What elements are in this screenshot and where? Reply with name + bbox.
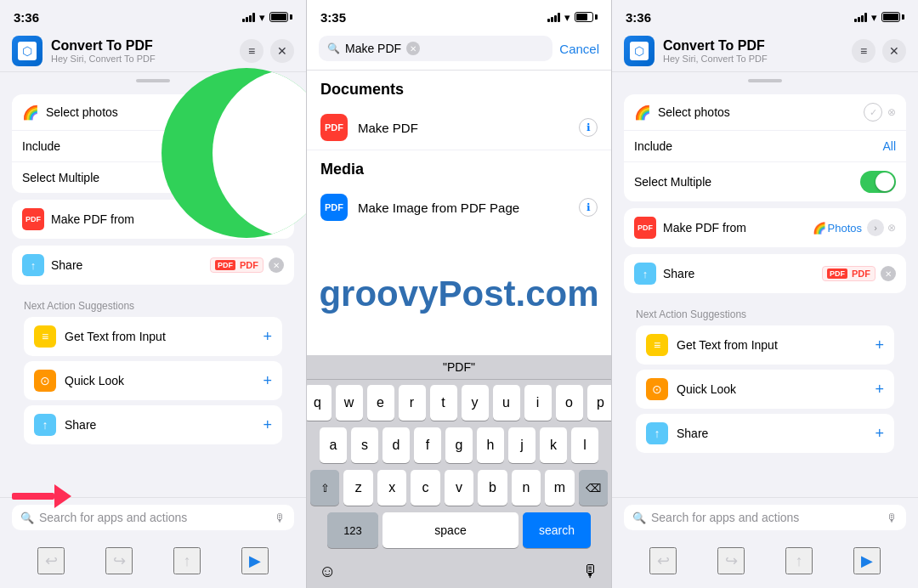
key-a[interactable]: a — [320, 427, 347, 463]
left-suggestion-quick-look[interactable]: ⊙ Quick Look + — [24, 361, 282, 400]
key-y[interactable]: y — [462, 385, 489, 421]
right-select-photos-check[interactable]: ✓ — [864, 103, 882, 122]
key-m[interactable]: m — [545, 470, 574, 506]
get-text-icon-left: ≡ — [34, 325, 56, 348]
left-phone-panel: 3:36 ▾ ⬡ Convert To PDF Hey — [0, 0, 306, 588]
left-suggestion-share[interactable]: ↑ Share + — [24, 405, 282, 444]
left-suggestion-share-label: Share — [65, 418, 263, 432]
undo-button-right[interactable]: ↩ — [649, 547, 677, 574]
right-wifi-icon: ▾ — [871, 11, 877, 24]
make-pdf-result[interactable]: PDF Make PDF ℹ — [307, 105, 611, 150]
right-photos-value: Photos — [828, 222, 862, 235]
redo-button-right[interactable]: ↪ — [717, 547, 745, 574]
key-o[interactable]: o — [556, 385, 583, 421]
key-search[interactable]: search — [523, 512, 591, 548]
left-app-title: Convert To PDF — [51, 38, 240, 54]
key-s[interactable]: s — [351, 427, 378, 463]
emoji-mic-row: ☺ 🎙 — [307, 558, 611, 588]
cancel-button-middle[interactable]: Cancel — [559, 42, 599, 56]
key-j[interactable]: j — [508, 427, 536, 463]
key-p[interactable]: p — [587, 385, 613, 421]
key-shift[interactable]: ⇧ — [310, 470, 339, 506]
key-z[interactable]: z — [343, 470, 372, 506]
key-b[interactable]: b — [478, 470, 507, 506]
right-suggestion-get-text-plus[interactable]: + — [875, 336, 884, 354]
right-suggestion-get-text[interactable]: ≡ Get Text from Input + — [636, 325, 894, 365]
right-pdf-close[interactable]: ⊗ — [887, 222, 896, 234]
right-pdf-arrow[interactable]: › — [867, 219, 884, 236]
right-photos-close[interactable]: ⊗ — [887, 106, 896, 118]
make-pdf-info-btn[interactable]: ℹ — [579, 118, 598, 137]
middle-search-input[interactable]: 🔍 Make PDF ✕ — [319, 36, 552, 61]
key-row-3: ⇧ z x c v b n m ⌫ — [310, 470, 608, 506]
key-n[interactable]: n — [512, 470, 541, 506]
make-image-pdf-info-btn[interactable]: ℹ — [579, 198, 598, 217]
close-button-right[interactable]: ✕ — [882, 39, 906, 63]
settings-button-left[interactable]: ≡ — [240, 39, 264, 63]
undo-button-left[interactable]: ↩ — [37, 547, 65, 574]
right-share-close[interactable]: ✕ — [881, 266, 896, 281]
right-make-pdf-card: PDF Make PDF from 🌈 Photos › ⊗ — [624, 208, 906, 247]
close-button-left[interactable]: ✕ — [270, 39, 294, 63]
key-t[interactable]: t — [430, 385, 457, 421]
right-share-row[interactable]: ↑ Share PDF PDF ✕ — [624, 254, 906, 293]
left-time: 3:36 — [14, 10, 39, 25]
left-suggestion-share-plus[interactable]: + — [263, 416, 272, 434]
left-suggestion-quick-look-plus[interactable]: + — [263, 372, 272, 390]
key-delete[interactable]: ⌫ — [579, 470, 608, 506]
key-123[interactable]: 123 — [327, 512, 378, 548]
prediction-text: "PDF" — [443, 360, 475, 374]
left-share-close[interactable]: ✕ — [269, 257, 284, 273]
key-e[interactable]: e — [367, 385, 394, 421]
key-i[interactable]: i — [524, 385, 552, 421]
key-x[interactable]: x — [377, 470, 406, 506]
right-suggestion-get-text-label: Get Text from Input — [677, 338, 875, 352]
make-image-pdf-icon: PDF — [320, 194, 348, 221]
play-button-left[interactable]: ▶ — [241, 547, 269, 574]
left-bottom-nav: ↩ ↪ ↑ ▶ — [0, 540, 306, 588]
mic-button-keyboard[interactable]: 🎙 — [582, 562, 599, 581]
share-button-left[interactable]: ↑ — [173, 547, 201, 574]
right-search-field[interactable]: 🔍 Search for apps and actions 🎙 — [624, 505, 906, 530]
key-space[interactable]: space — [382, 512, 518, 548]
right-suggestion-share-plus[interactable]: + — [875, 425, 884, 443]
key-d[interactable]: d — [382, 427, 410, 463]
key-l[interactable]: l — [571, 427, 598, 463]
key-f[interactable]: f — [414, 427, 441, 463]
right-suggestion-quick-look-plus[interactable]: + — [875, 381, 884, 399]
right-include-row[interactable]: Include All — [624, 131, 906, 162]
key-q[interactable]: q — [306, 385, 332, 421]
key-w[interactable]: w — [336, 385, 363, 421]
signal-bars — [242, 12, 255, 22]
left-search-field[interactable]: 🔍 Search for apps and actions 🎙 — [12, 505, 294, 530]
right-pdf-tag: PDF PDF — [822, 266, 876, 281]
right-select-multiple-row[interactable]: Select Multiple — [624, 162, 906, 201]
key-v[interactable]: v — [445, 470, 473, 506]
redo-button-left[interactable]: ↪ — [105, 547, 133, 574]
left-share-row[interactable]: ↑ Share PDF PDF ✕ — [12, 246, 294, 285]
right-select-multiple-toggle[interactable] — [860, 171, 896, 193]
shortcuts-icon: ⬡ — [22, 44, 32, 58]
share-button-right[interactable]: ↑ — [785, 547, 813, 574]
key-c[interactable]: c — [411, 470, 439, 506]
settings-button-right[interactable]: ≡ — [852, 39, 876, 63]
right-suggestion-share[interactable]: ↑ Share + — [636, 414, 894, 453]
right-make-pdf-row[interactable]: PDF Make PDF from 🌈 Photos › ⊗ — [624, 208, 906, 247]
right-share-label: Share — [663, 267, 822, 280]
left-suggestion-get-text[interactable]: ≡ Get Text from Input + — [24, 317, 282, 356]
search-clear-btn[interactable]: ✕ — [406, 42, 420, 55]
key-g[interactable]: g — [445, 427, 473, 463]
key-r[interactable]: r — [399, 385, 426, 421]
make-image-pdf-result[interactable]: PDF Make Image from PDF Page ℹ — [307, 185, 611, 229]
wifi-icon: ▾ — [259, 11, 265, 24]
play-button-right[interactable]: ▶ — [853, 547, 881, 574]
left-suggestion-get-text-plus[interactable]: + — [263, 328, 272, 346]
left-suggestion-get-text-label: Get Text from Input — [65, 330, 263, 343]
right-suggestion-quick-look[interactable]: ⊙ Quick Look + — [636, 370, 894, 409]
emoji-button[interactable]: ☺ — [319, 562, 336, 581]
key-h[interactable]: h — [477, 427, 504, 463]
right-select-photos-row[interactable]: 🌈 Select photos ✓ ⊗ — [624, 94, 906, 131]
key-k[interactable]: k — [540, 427, 567, 463]
key-u[interactable]: u — [493, 385, 520, 421]
left-pdf-tag: PDF PDF — [210, 257, 264, 273]
